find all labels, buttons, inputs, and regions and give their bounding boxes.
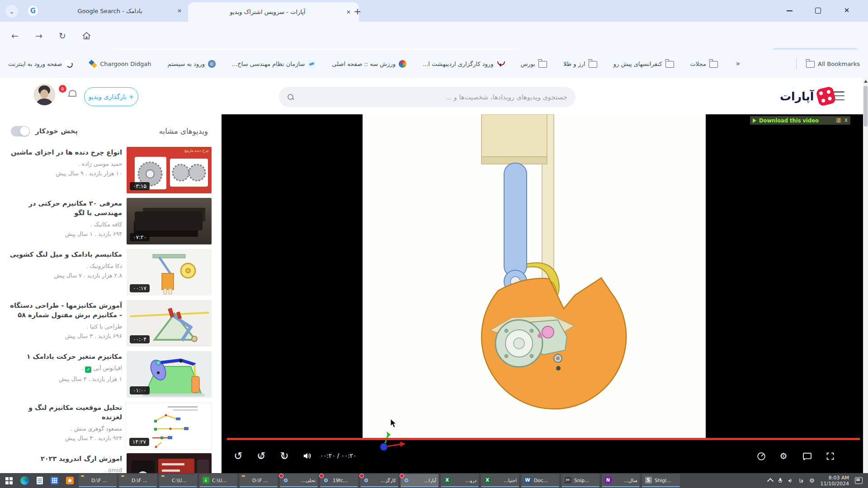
taskbar-window-idm[interactable]: ↓C:\U... xyxy=(199,474,237,487)
edge-icon[interactable] xyxy=(18,474,32,487)
volume-button[interactable] xyxy=(300,448,315,464)
taskbar-window-excel[interactable]: Xاختیا... xyxy=(481,474,519,487)
bookmarks-overflow-icon[interactable]: » xyxy=(736,60,740,68)
tray-settings-icon[interactable]: ⚙ xyxy=(809,477,815,484)
taskbar-window-chrome[interactable]: کارگز... xyxy=(360,474,398,487)
taskbar-window-folder[interactable]: D:\F ... xyxy=(240,474,278,487)
video-channel: حمید موسی زاده . xyxy=(8,160,122,167)
video-thumbnail[interactable]: ۱۴:۲۷ xyxy=(126,402,212,450)
taskbar-window-chrome-active[interactable]: آپارا... xyxy=(401,474,439,487)
user-avatar[interactable] xyxy=(34,84,55,105)
tab-close-icon[interactable]: ✕ xyxy=(175,7,184,15)
video-channel: omid . xyxy=(8,467,122,473)
bookmark-brokerage-login[interactable]: ورود کارگزاری اردیبهشت ا... xyxy=(423,60,504,68)
taskbar-window-app[interactable]: SShigl... xyxy=(642,474,680,487)
bookmark-folder-currency-gold[interactable]: ارز و طلا xyxy=(563,60,597,68)
bookmark-folder-stocks[interactable]: بورس xyxy=(520,60,547,68)
bookmark-system-login[interactable]: ورود به سیستم xyxy=(167,60,215,68)
bookmark-folder-conferences[interactable]: کنفرانسهای پیش رو xyxy=(613,60,674,68)
related-video-item[interactable]: ۰۷:۲۰ معرفی ۲۰ مکانیزم حرکتی در مهندسی ب… xyxy=(8,198,212,245)
bookmark-favicon xyxy=(308,60,316,68)
video-stats: ۶۹۶ بازدید . ۳ سال پیش xyxy=(8,333,122,339)
related-video-item[interactable]: ۰۱:۰۰ مکانیزم متغیر حرکت بادامک ۱ اقیانو… xyxy=(8,351,212,398)
start-button[interactable] xyxy=(3,474,15,487)
idm-close-button[interactable]: X xyxy=(844,117,848,123)
new-tab-button[interactable]: + xyxy=(352,5,363,17)
video-duration-badge: ۰۰:۱۷ xyxy=(130,284,150,292)
fullscreen-button[interactable] xyxy=(822,448,838,464)
forward-button[interactable]: → xyxy=(31,28,47,43)
pages-app-icon[interactable] xyxy=(63,474,76,487)
aparat-logo[interactable]: آپارات xyxy=(780,86,835,107)
video-thumbnail[interactable] xyxy=(127,453,212,473)
microphone-icon[interactable] xyxy=(778,478,782,483)
bookmark-internet-login[interactable]: صفحه ورود به اینترنت xyxy=(8,60,73,68)
window-maximize-button[interactable] xyxy=(815,8,821,14)
settings-gear-button[interactable]: ⚙ xyxy=(776,448,791,464)
bookmark-engineering-org[interactable]: سازمان نظام مهندسی ساخ... xyxy=(232,60,316,68)
replay-button[interactable]: ↺ xyxy=(231,448,246,464)
bookmark-varzesh3[interactable]: ورزش سه :: صفحه اصلی xyxy=(332,60,406,68)
search-placeholder: جستجوی ویدیوهای رویدادها، شخصیت‌ها و ... xyxy=(294,94,567,101)
video-player[interactable]: Download this video 2 X ↺ ↺۵ ↻۵ ۰۰:۲۰ / xyxy=(222,114,863,473)
notepad-icon[interactable] xyxy=(34,474,46,487)
taskbar-window-snip[interactable]: ✂Snip... xyxy=(561,474,599,487)
related-video-item[interactable]: چرخ دنده مارپیچ ۰۳:۱۵ انواع چرخ دنده ها … xyxy=(8,147,212,194)
idm-play-icon xyxy=(753,118,756,123)
video-thumbnail[interactable]: ۰۱:۰۰ xyxy=(127,351,212,398)
home-button[interactable] xyxy=(79,28,94,43)
notification-center-icon[interactable] xyxy=(855,477,863,484)
related-video-item[interactable]: اموزش ارگ اندروید ۲۰۲۳ omid . xyxy=(8,453,212,473)
tab-google-search[interactable]: Google Search - بادامک ✕ xyxy=(43,3,188,19)
search-input[interactable]: جستجوی ویدیوهای رویدادها، شخصیت‌ها و ... xyxy=(279,87,576,107)
idm-download-label[interactable]: Download this video xyxy=(759,117,833,124)
taskbar-window-excel[interactable]: Xدرو... xyxy=(441,474,479,487)
related-video-item[interactable]: ۱۴:۲۷ تحلیل موقعیت مکانیزم لنگ و لغزنده … xyxy=(8,402,212,449)
taskbar-window-folder[interactable]: C:\U... xyxy=(159,474,197,487)
taskbar-window-folder[interactable]: D:\F ... xyxy=(119,474,157,487)
bookmark-folder-magazines[interactable]: مجلات xyxy=(690,60,718,68)
taskbar-clock[interactable]: 8:03 AM 11/10/2024 xyxy=(821,475,849,487)
video-thumbnail[interactable]: ۰۷:۲۰ xyxy=(127,198,212,244)
related-video-item[interactable]: ۰۰:۰۴ آموزش مکانیزمها - طراحی دستگاه - م… xyxy=(8,300,212,347)
video-frame[interactable] xyxy=(363,114,706,439)
forward-5-button[interactable]: ↻۵ xyxy=(277,448,292,464)
tab-aparat[interactable]: آپارات - سرویس اشتراک ویدیو ✕ xyxy=(188,2,359,22)
bookmark-chargoon-didgah[interactable]: Chargoon Didgah xyxy=(89,60,151,68)
autoplay-toggle[interactable] xyxy=(11,126,30,136)
taskbar-window-chrome[interactable]: 19fc... xyxy=(320,474,358,487)
back-button[interactable]: ← xyxy=(7,28,23,43)
scroll-up-arrow[interactable] xyxy=(864,80,868,83)
keyboard-language-indicator[interactable]: فا xyxy=(799,478,803,484)
scrollbar-thumb[interactable] xyxy=(863,86,868,127)
rewind-5-button[interactable]: ↺۵ xyxy=(254,448,269,464)
browser-toolbar: ← → ↻ aparat.com/v/a23db6m ☆ ••• 7 3 xyxy=(0,22,868,50)
cast-button[interactable] xyxy=(799,448,815,464)
video-thumbnail[interactable]: ۰۰:۰۴ xyxy=(127,300,212,347)
related-video-item[interactable]: ۰۰:۱۷ مکانیسم بادامک و میل لنگ کشویی دکا… xyxy=(8,249,212,296)
taskbar-window-word[interactable]: WDoc... xyxy=(521,474,559,487)
tray-chevron-icon[interactable] xyxy=(768,478,773,483)
video-thumbnail[interactable]: چرخ دنده مارپیچ ۰۳:۱۵ xyxy=(127,147,212,193)
window-close-button[interactable]: ✕ xyxy=(842,5,852,15)
calculator-icon[interactable] xyxy=(48,474,61,487)
speaker-icon[interactable] xyxy=(788,478,793,483)
upload-video-button[interactable]: + بارگذاری ویدیو xyxy=(84,87,138,106)
taskbar-window-chrome[interactable]: تحلی... xyxy=(280,474,318,487)
page-scrollbar[interactable] xyxy=(863,78,868,473)
tab-search-button[interactable]: ⌄ xyxy=(5,5,18,18)
screen: ⌄ G Google Search - بادامک ✕ آپارات - سر… xyxy=(0,0,868,488)
all-bookmarks-button[interactable]: All Bookmarks xyxy=(796,58,860,69)
taskbar-window-folder[interactable]: D:\F ... xyxy=(79,474,117,487)
notifications-bell[interactable]: ۵ xyxy=(59,87,77,104)
idm-download-bar[interactable]: Download this video 2 X xyxy=(750,116,850,125)
idm-count-badge[interactable]: 2 xyxy=(836,118,841,123)
taskbar-window-onenote[interactable]: Nمنال... xyxy=(602,474,640,487)
bookmark-favicon xyxy=(89,60,97,68)
reload-button[interactable]: ↻ xyxy=(55,28,70,43)
bookmark-favicon xyxy=(399,60,406,68)
video-thumbnail[interactable]: ۰۰:۱۷ xyxy=(127,249,212,296)
playback-speed-button[interactable] xyxy=(754,448,769,464)
menu-hamburger-icon[interactable] xyxy=(833,91,844,100)
window-minimize-button[interactable] xyxy=(787,10,793,11)
